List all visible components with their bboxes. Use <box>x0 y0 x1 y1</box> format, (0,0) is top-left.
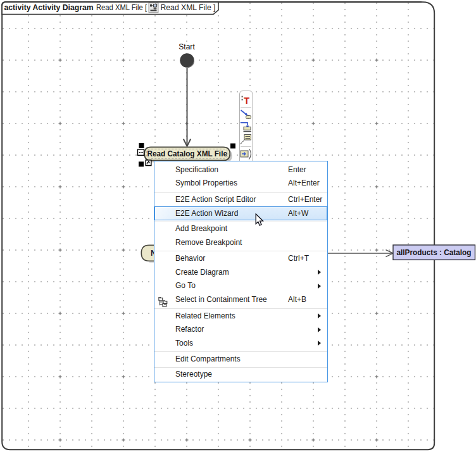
svg-text:Read XML File [: Read XML File [ <box>96 3 147 12</box>
svg-text:allProducts : Catalog: allProducts : Catalog <box>397 248 472 257</box>
svg-text:activity Activity Diagram: activity Activity Diagram <box>4 3 94 12</box>
svg-text:Read Catalog XML File: Read Catalog XML File <box>147 149 227 158</box>
svg-text:Start: Start <box>178 42 195 51</box>
svg-text:T: T <box>244 96 249 106</box>
svg-text:Read XML File ]: Read XML File ] <box>161 3 216 12</box>
